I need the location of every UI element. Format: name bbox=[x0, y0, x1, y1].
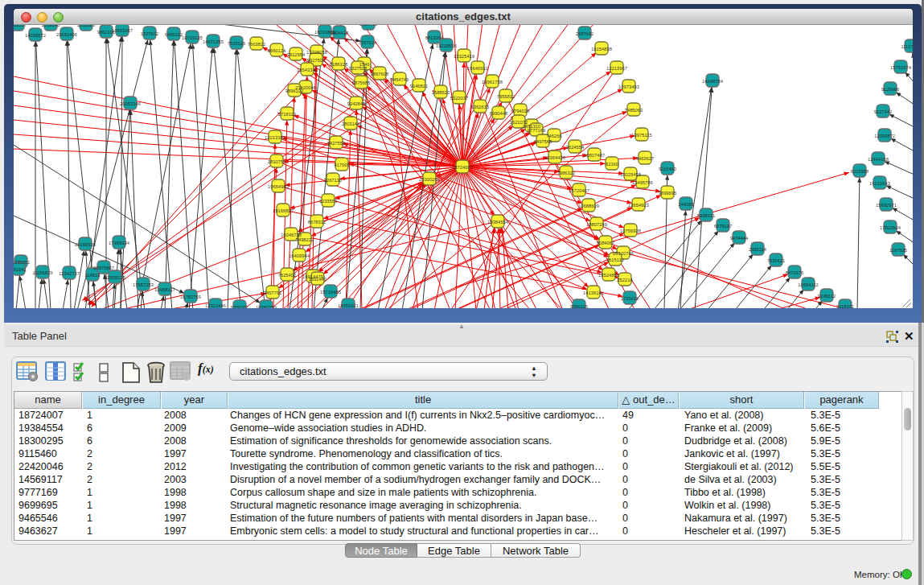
svg-text:20691406: 20691406 bbox=[56, 32, 77, 37]
svg-text:17359934: 17359934 bbox=[109, 241, 130, 245]
svg-text:1403557: 1403557 bbox=[14, 25, 27, 27]
svg-text:1055326: 1055326 bbox=[77, 25, 96, 27]
svg-text:16640910: 16640910 bbox=[467, 66, 488, 71]
svg-text:1588520: 1588520 bbox=[432, 90, 450, 95]
svg-text:12505135: 12505135 bbox=[105, 275, 125, 280]
svg-text:6794028: 6794028 bbox=[511, 109, 530, 113]
svg-text:10958117: 10958117 bbox=[154, 287, 175, 292]
svg-text:10025458: 10025458 bbox=[620, 172, 641, 177]
svg-text:9427552: 9427552 bbox=[327, 141, 346, 146]
svg-text:16543342: 16543342 bbox=[297, 68, 318, 72]
svg-text:16154838: 16154838 bbox=[591, 47, 612, 51]
svg-text:12444158: 12444158 bbox=[868, 157, 889, 162]
svg-text:9904418: 9904418 bbox=[331, 31, 349, 35]
svg-text:20053346: 20053346 bbox=[120, 101, 141, 106]
svg-text:14136141: 14136141 bbox=[583, 290, 604, 295]
svg-text:9327503: 9327503 bbox=[307, 58, 326, 63]
svg-text:10807487: 10807487 bbox=[584, 153, 605, 158]
svg-text:15692971: 15692971 bbox=[876, 203, 897, 208]
svg-text:10973493: 10973493 bbox=[618, 84, 639, 89]
svg-text:2867608: 2867608 bbox=[371, 72, 389, 76]
svg-text:3912954: 3912954 bbox=[287, 52, 306, 57]
svg-text:10654112: 10654112 bbox=[798, 282, 818, 287]
svg-text:1233559: 1233559 bbox=[319, 199, 338, 204]
svg-text:16961758: 16961758 bbox=[482, 80, 503, 84]
svg-text:14671355: 14671355 bbox=[203, 39, 224, 44]
svg-text:9699695: 9699695 bbox=[659, 191, 677, 196]
svg-text:3267130: 3267130 bbox=[324, 178, 343, 183]
svg-text:7485063: 7485063 bbox=[625, 108, 643, 113]
svg-text:13654923: 13654923 bbox=[628, 203, 649, 208]
svg-text:1318710: 1318710 bbox=[359, 25, 378, 27]
svg-text:10782759: 10782759 bbox=[256, 305, 277, 309]
svg-text:1615112: 1615112 bbox=[606, 257, 624, 262]
svg-text:18724007: 18724007 bbox=[452, 165, 473, 170]
svg-text:11156829: 11156829 bbox=[33, 270, 53, 275]
svg-text:9327508: 9327508 bbox=[349, 66, 368, 71]
svg-text:1335051: 1335051 bbox=[14, 260, 30, 265]
svg-text:3498222: 3498222 bbox=[296, 237, 314, 242]
svg-text:746266: 746266 bbox=[546, 134, 561, 138]
svg-text:252214: 252214 bbox=[617, 278, 633, 282]
svg-text:15751074: 15751074 bbox=[890, 65, 912, 70]
svg-text:5322037: 5322037 bbox=[450, 96, 469, 101]
svg-text:8186328: 8186328 bbox=[330, 62, 348, 67]
svg-text:6679197: 6679197 bbox=[714, 224, 733, 229]
svg-text:8660124: 8660124 bbox=[268, 48, 286, 53]
svg-text:9356201: 9356201 bbox=[231, 305, 249, 309]
svg-text:13325419: 13325419 bbox=[454, 54, 474, 59]
svg-text:1733426: 1733426 bbox=[621, 296, 639, 301]
svg-text:14035572: 14035572 bbox=[25, 33, 46, 38]
svg-text:25300203: 25300203 bbox=[419, 177, 440, 182]
svg-text:9242848: 9242848 bbox=[347, 101, 366, 106]
svg-text:7632621: 7632621 bbox=[767, 258, 786, 263]
svg-text:18350921: 18350921 bbox=[338, 303, 359, 308]
svg-text:16120746: 16120746 bbox=[613, 251, 634, 256]
svg-text:114519: 114519 bbox=[85, 273, 101, 278]
svg-text:7625402: 7625402 bbox=[278, 273, 297, 278]
svg-text:9474444: 9474444 bbox=[730, 236, 749, 241]
svg-text:144095: 144095 bbox=[678, 202, 693, 207]
svg-text:15720407: 15720407 bbox=[569, 188, 589, 193]
svg-text:9356115: 9356115 bbox=[570, 304, 588, 309]
svg-text:9146821: 9146821 bbox=[410, 84, 429, 89]
svg-text:9115460: 9115460 bbox=[659, 167, 676, 171]
svg-text:1810755: 1810755 bbox=[268, 159, 286, 164]
svg-text:6497568: 6497568 bbox=[534, 139, 552, 144]
svg-text:391541: 391541 bbox=[14, 267, 27, 272]
svg-text:16648784: 16648784 bbox=[702, 79, 724, 84]
svg-text:9129966: 9129966 bbox=[881, 87, 900, 92]
svg-text:7515526: 7515526 bbox=[228, 41, 246, 46]
svg-text:2935114: 2935114 bbox=[749, 247, 767, 252]
svg-text:10719135: 10719135 bbox=[182, 35, 203, 40]
svg-text:2718119: 2718119 bbox=[278, 112, 296, 117]
svg-text:12213383: 12213383 bbox=[265, 135, 285, 140]
svg-text:11127416: 11127416 bbox=[901, 44, 913, 49]
svg-text:1362615: 1362615 bbox=[471, 105, 490, 109]
svg-text:7986322: 7986322 bbox=[557, 171, 576, 175]
svg-text:9118332: 9118332 bbox=[836, 304, 854, 309]
svg-text:1691440: 1691440 bbox=[309, 277, 327, 282]
svg-text:7357224: 7357224 bbox=[359, 40, 377, 45]
svg-text:10553267: 10553267 bbox=[112, 28, 133, 33]
svg-text:13226058: 13226058 bbox=[306, 50, 327, 55]
svg-text:2803144: 2803144 bbox=[342, 122, 360, 126]
svg-text:62160: 62160 bbox=[606, 162, 618, 167]
svg-text:19654983: 19654983 bbox=[268, 184, 289, 189]
svg-text:7955812: 7955812 bbox=[497, 94, 515, 99]
svg-text:12213967: 12213967 bbox=[606, 66, 627, 71]
svg-text:20206536: 20206536 bbox=[75, 242, 96, 247]
svg-text:6466102: 6466102 bbox=[165, 32, 183, 37]
svg-text:10688609: 10688609 bbox=[578, 204, 599, 208]
svg-text:17810504: 17810504 bbox=[880, 225, 901, 230]
svg-text:3624554: 3624554 bbox=[566, 145, 585, 150]
svg-text:13524851: 13524851 bbox=[598, 273, 619, 278]
svg-text:16409944: 16409944 bbox=[289, 253, 310, 258]
svg-text:8454749: 8454749 bbox=[391, 77, 409, 82]
svg-text:9245612: 9245612 bbox=[818, 294, 836, 299]
svg-text:8990448: 8990448 bbox=[490, 111, 508, 116]
svg-text:5875685: 5875685 bbox=[352, 80, 371, 85]
svg-text:8938921: 8938921 bbox=[697, 213, 716, 218]
svg-text:9777169: 9777169 bbox=[528, 128, 546, 133]
svg-text:7663822: 7663822 bbox=[248, 42, 266, 47]
